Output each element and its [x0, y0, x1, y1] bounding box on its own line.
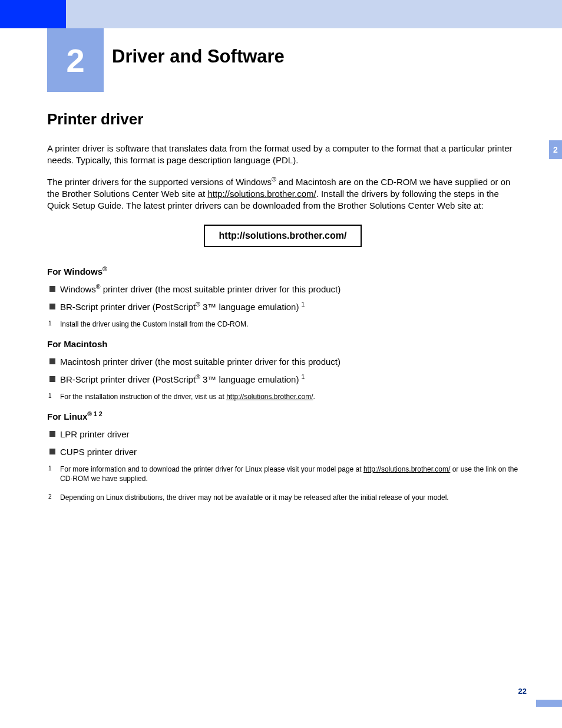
list-item: LPR printer driver — [47, 429, 518, 440]
list-item: Macintosh printer driver (the most suita… — [47, 356, 518, 368]
page-content: Printer driver A printer driver is softw… — [47, 109, 518, 512]
chapter-number-box: 2 — [47, 28, 104, 92]
windows-heading: For Windows® — [47, 266, 518, 278]
footnote-text: Install the driver using the Custom Inst… — [60, 320, 248, 328]
text: 3™ language emulation) — [200, 374, 302, 384]
intro-paragraph-1: A printer driver is software that transl… — [47, 143, 518, 167]
section-title: Printer driver — [47, 109, 518, 130]
text: For Linux — [47, 411, 87, 421]
linux-footnote-2: 2 Depending on Linux distributions, the … — [47, 493, 518, 502]
text: 3™ language emulation) — [200, 302, 302, 312]
inline-url-link[interactable]: http://solutions.brother.com/ — [207, 189, 316, 199]
registered-symbol: ® — [196, 301, 200, 308]
footnote-number: 1 — [48, 392, 52, 400]
footnote-text: Depending on Linux distributions, the dr… — [60, 493, 449, 502]
mac-footnote-1: 1 For the installation instruction of th… — [47, 392, 518, 401]
list-item: BR-Script printer driver (PostScript® 3™… — [47, 301, 518, 313]
text: Windows — [60, 284, 96, 294]
list-item: BR-Script printer driver (PostScript® 3™… — [47, 374, 518, 386]
text: The printer drivers for the supported ve… — [47, 177, 272, 187]
registered-symbol: ® — [196, 373, 200, 380]
intro-paragraph-2: The printer drivers for the supported ve… — [47, 176, 518, 212]
chapter-title: Driver and Software — [112, 46, 285, 67]
footnote-text: For more information and to download the… — [60, 465, 363, 473]
url-box-container: http://solutions.brother.com/ — [47, 221, 518, 262]
windows-list: Windows® printer driver (the most suitab… — [47, 284, 518, 314]
footnote-url-link[interactable]: http://solutions.brother.com/ — [363, 465, 450, 473]
text: For Windows — [47, 266, 103, 276]
registered-symbol: ® — [272, 176, 276, 183]
footnote-number: 1 — [48, 319, 52, 328]
text: BR-Script printer driver (PostScript — [60, 302, 196, 312]
header-bar — [0, 0, 562, 28]
registered-symbol: ® — [103, 265, 107, 272]
footnote-ref: 1 2 — [92, 410, 103, 417]
footnote-number: 1 — [48, 465, 52, 473]
footnote-number: 2 — [48, 493, 52, 501]
footnote-text: For the installation instruction of the … — [60, 393, 226, 401]
list-item: Windows® printer driver (the most suitab… — [47, 284, 518, 295]
windows-footnote-1: 1 Install the driver using the Custom In… — [47, 319, 518, 329]
text: BR-Script printer driver (PostScript — [60, 374, 196, 384]
footnote-ref: 1 — [302, 301, 305, 308]
registered-symbol: ® — [87, 410, 92, 417]
side-tab: 2 — [549, 140, 562, 159]
footnote-text: . — [313, 393, 315, 401]
list-item: CUPS printer driver — [47, 446, 518, 458]
linux-heading: For Linux® 1 2 — [47, 411, 518, 423]
linux-list: LPR printer driver CUPS printer driver — [47, 429, 518, 459]
footnote-url-link[interactable]: http://solutions.brother.com/ — [226, 393, 313, 401]
url-box-link[interactable]: http://solutions.brother.com/ — [204, 225, 362, 247]
mac-heading: For Macintosh — [47, 338, 518, 350]
header-accent — [0, 0, 66, 28]
linux-footnote-1: 1 For more information and to download t… — [47, 465, 518, 483]
mac-list: Macintosh printer driver (the most suita… — [47, 356, 518, 386]
page-number: 22 — [518, 687, 527, 696]
footer-accent — [536, 700, 562, 707]
registered-symbol: ® — [96, 283, 101, 290]
footnote-ref: 1 — [302, 373, 305, 380]
text: printer driver (the most suitable printe… — [101, 284, 341, 294]
